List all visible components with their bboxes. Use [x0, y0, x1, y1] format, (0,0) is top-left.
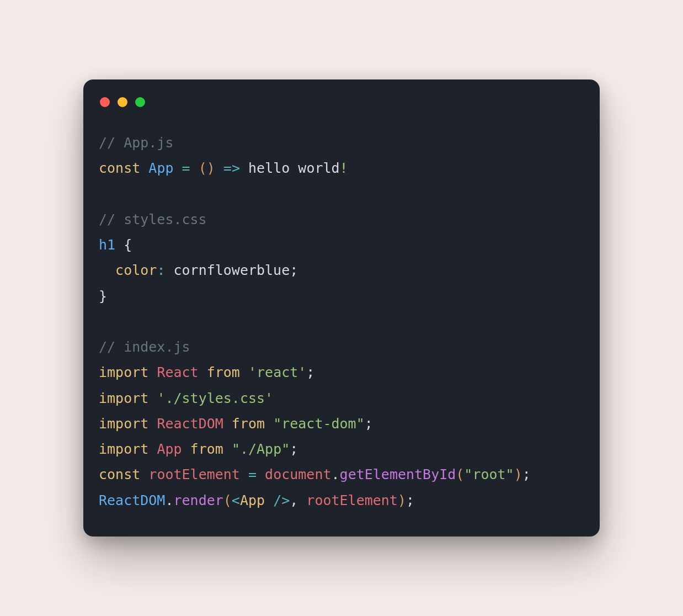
- code-value: cornflowerblue: [174, 262, 290, 278]
- code-jsx-punct: />: [265, 492, 290, 508]
- code-content: // App.js const App = () => hello world!…: [99, 130, 584, 513]
- code-comma: ,: [290, 492, 298, 508]
- code-property: color: [115, 262, 157, 278]
- code-selector: h1: [99, 237, 115, 253]
- code-comment: // App.js: [99, 135, 173, 151]
- code-punct: !: [340, 160, 348, 176]
- code-arrow: =>: [223, 160, 240, 176]
- code-identifier: ReactDOM: [157, 416, 223, 432]
- code-colon: :: [157, 262, 165, 278]
- code-text: hello world: [248, 160, 340, 176]
- code-keyword: import: [99, 364, 148, 380]
- code-string: "root": [464, 466, 514, 482]
- code-keyword: import: [99, 390, 148, 406]
- code-semicolon: ;: [306, 364, 314, 380]
- code-string: 'react': [248, 364, 306, 380]
- code-string: './styles.css': [157, 390, 273, 406]
- code-editor-window: // App.js const App = () => hello world!…: [83, 79, 600, 537]
- code-method: getElementById: [340, 466, 456, 482]
- code-paren: (: [199, 160, 207, 176]
- code-identifier: rootElement: [148, 466, 240, 482]
- code-semicolon: ;: [406, 492, 414, 508]
- code-keyword: import: [99, 441, 148, 457]
- code-identifier: ReactDOM: [99, 492, 165, 508]
- code-identifier: document: [265, 466, 331, 482]
- code-comment: // styles.css: [99, 211, 207, 227]
- code-string: "./App": [232, 441, 290, 457]
- code-brace: }: [99, 288, 107, 304]
- code-semicolon: ;: [365, 416, 373, 432]
- code-keyword: from: [207, 364, 240, 380]
- code-brace: {: [124, 237, 132, 253]
- code-dot: .: [332, 466, 340, 482]
- window-traffic-lights: [100, 97, 584, 107]
- minimize-icon[interactable]: [118, 97, 127, 107]
- code-method: render: [173, 492, 223, 508]
- code-paren: (: [456, 466, 464, 482]
- code-identifier: React: [157, 364, 198, 380]
- code-operator: =: [182, 160, 190, 176]
- code-paren: ): [207, 160, 215, 176]
- code-dot: .: [165, 492, 173, 508]
- code-semicolon: ;: [290, 441, 298, 457]
- code-paren: ): [398, 492, 406, 508]
- code-string: "react-dom": [273, 416, 365, 432]
- code-semicolon: ;: [290, 262, 298, 278]
- code-paren: (: [223, 492, 232, 508]
- code-keyword: import: [99, 416, 148, 432]
- code-identifier: App: [148, 160, 173, 176]
- code-operator: =: [248, 466, 257, 482]
- code-paren: ): [514, 466, 522, 482]
- code-comment: // index.js: [99, 339, 190, 355]
- code-keyword: const: [99, 466, 140, 482]
- code-keyword: const: [99, 160, 140, 176]
- code-semicolon: ;: [522, 466, 531, 482]
- code-keyword: from: [190, 441, 223, 457]
- close-icon[interactable]: [100, 97, 110, 107]
- code-jsx-punct: <: [232, 492, 240, 508]
- code-keyword: from: [232, 416, 265, 432]
- code-jsx-tag: App: [240, 492, 265, 508]
- code-identifier: App: [157, 441, 182, 457]
- maximize-icon[interactable]: [135, 97, 145, 107]
- code-identifier: rootElement: [306, 492, 398, 508]
